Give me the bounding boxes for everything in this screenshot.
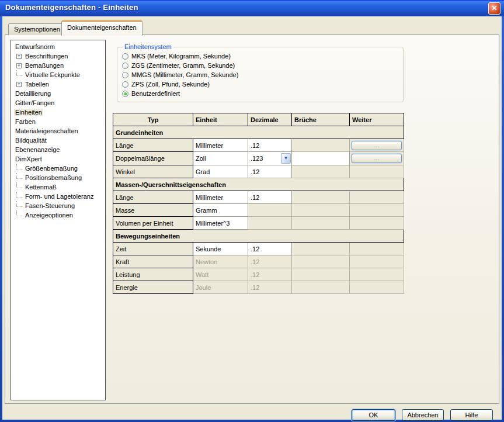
expand-icon[interactable]: + [16,82,22,87]
dezimale-combobox[interactable]: .123▼ [248,152,291,165]
tree-item-label: Bemaßungen [24,62,65,69]
radio-option-benutzerdefiniert[interactable]: Benutzerdefiniert [122,89,398,98]
table-row: WinkelGrad.12 [113,165,404,178]
tree-item-farben[interactable]: Farben [11,117,105,126]
cell-typ: Winkel [113,165,193,178]
cell-dezimale[interactable]: .12 [248,139,292,152]
radio-option-label: ZPS (Zoll, Pfund, Sekunde) [131,81,210,88]
section-label: Massen-/Querschnittseigenschaften [113,178,404,191]
cell-typ: Länge [113,139,193,152]
cell-brueche [292,139,350,152]
radio-option-label: ZGS (Zentimeter, Gramm, Sekunde) [131,62,235,69]
radio-button-icon[interactable] [122,81,128,88]
tree-item-label: Farben [14,118,37,125]
tree-item-entwurfsnorm[interactable]: Entwurfsnorm [11,42,105,51]
expand-icon[interactable]: + [16,54,22,59]
cell-einheit[interactable]: Zoll [193,152,248,165]
tree-item-detaillierung[interactable]: Detaillierung [11,89,105,98]
radio-option-mks-meter-kilogramm-sekunde[interactable]: MKS (Meter, Kilogramm, Sekunde) [122,51,398,61]
cell-dezimale[interactable]: .12 [248,191,292,204]
tree-item-kettenma[interactable]: Kettenmaß [11,182,105,192]
radio-option-label: MKS (Meter, Kilogramm, Sekunde) [131,53,231,60]
cell-weiter [350,204,404,217]
weiter-more-button[interactable]: ... [352,154,402,163]
tree-item-gr-enbema-ung[interactable]: Größenbemaßung [11,164,105,173]
cell-dezimale [248,217,292,230]
tree-item-label: Kettenmaß [24,184,58,191]
tree-item-positionsbema-ung[interactable]: Positionsbemaßung [11,173,105,182]
tree-item-gitter-fangen[interactable]: Gitter/Fangen [11,98,105,108]
tree-item-anzeigeoptionen[interactable]: Anzeigeoptionen [11,210,105,220]
radio-option-zgs-zentimeter-gramm-sekunde[interactable]: ZGS (Zentimeter, Gramm, Sekunde) [122,61,398,70]
tree-item-bema-ungen[interactable]: +Bemaßungen [11,61,105,70]
radio-button-icon[interactable] [122,91,128,97]
cell-einheit[interactable]: Millimeter [193,139,248,152]
cell-einheit[interactable]: Millimeter^3 [193,217,248,230]
tree-connector-line [16,173,22,179]
unit-system-options: MKS (Meter, Kilogramm, Sekunde)ZGS (Zent… [122,51,398,98]
tree-item-label: Fasen-Steuerung [24,202,76,209]
table-row: LängeMillimeter.12 [113,191,404,204]
tree-item-materialeigenschaften[interactable]: Materialeigenschaften [11,126,105,136]
tree-item-label: Tabellen [24,81,50,88]
ok-button[interactable]: OK [352,409,395,421]
tree-item-label: Detaillierung [14,90,52,97]
radio-button-icon[interactable] [122,72,128,78]
cell-einheit[interactable]: Gramm [193,204,248,217]
table-row: LeistungWatt.12 [113,268,404,281]
cell-dezimale[interactable]: .123▼ [248,152,292,165]
tree-item-einheiten[interactable]: Einheiten [11,108,105,117]
tree-item-fasen-steuerung[interactable]: Fasen-Steuerung [11,201,105,210]
radio-option-zps-zoll-pfund-sekunde[interactable]: ZPS (Zoll, Pfund, Sekunde) [122,79,398,89]
table-row: ZeitSekunde.12 [113,243,404,255]
tree-item-label: Form- und Lagetoleranz [24,193,95,200]
tree-item-bildqualit-t[interactable]: Bildqualität [11,136,105,145]
tree-connector-line [16,164,22,170]
tree-item-tabellen[interactable]: +Tabellen [11,79,105,89]
cell-einheit[interactable]: Millimeter [193,191,248,204]
tree-item-ebenenanzeige[interactable]: Ebenenanzeige [11,145,105,154]
hilfe-button[interactable]: Hilfe [450,409,493,421]
section-row: Massen-/Querschnittseigenschaften [113,178,404,191]
radio-button-icon[interactable] [122,63,128,69]
combobox-value: .123 [248,155,281,162]
cell-brueche[interactable] [292,152,350,165]
weiter-more-button[interactable]: ... [352,141,402,150]
tab-dokumenteigenschaften[interactable]: Dokumenteigenschaften [61,20,142,36]
cell-einheit[interactable]: Grad [193,165,248,178]
cell-dezimale[interactable]: .12 [248,165,292,178]
title-bar[interactable]: Dokumenteigenschaften - Einheiten ✕ [0,0,504,16]
radio-option-label: Benutzerdefiniert [131,90,180,97]
cell-brueche [292,243,350,255]
tree-item-label: Gitter/Fangen [14,99,55,106]
cell-brueche [292,191,350,204]
table-row: Volumen per EinheitMillimeter^3 [113,217,404,230]
radio-option-mmgs-millimeter-gramm-sekunde[interactable]: MMGS (Millimeter, Gramm, Sekunde) [122,70,398,79]
cell-typ: Kraft [113,255,193,268]
cell-weiter [350,165,404,178]
tab-systemoptionen[interactable]: Systemoptionen [8,23,66,35]
tree-item-label: Bildqualität [14,137,48,144]
cell-einheit[interactable]: Sekunde [193,243,248,255]
chevron-down-icon[interactable]: ▼ [281,153,291,164]
cell-dezimale: .12 [248,281,292,294]
tree-item-virtuelle-eckpunkte[interactable]: Virtuelle Eckpunkte [11,70,105,79]
tree-item-dimxpert[interactable]: DimXpert [11,154,105,164]
table-row: KraftNewton.12 [113,255,404,268]
tree-item-form-und-lagetoleranz[interactable]: Form- und Lagetoleranz [11,192,105,201]
cell-brueche [292,217,350,230]
cell-weiter [350,217,404,230]
close-icon[interactable]: ✕ [488,2,500,15]
cell-dezimale[interactable]: .12 [248,243,292,255]
cell-dezimale: .12 [248,268,292,281]
tree-item-beschriftungen[interactable]: +Beschriftungen [11,51,105,61]
settings-tree: Entwurfsnorm+Beschriftungen+BemaßungenVi… [11,40,106,400]
cell-typ: Leistung [113,268,193,281]
tree-item-label: Entwurfsnorm [14,43,56,50]
expand-icon[interactable]: + [16,63,22,68]
tree-item-label: Anzeigeoptionen [24,212,74,219]
column-header-weiter: Weiter [350,113,404,126]
cell-brueche [292,204,350,217]
abbrechen-button[interactable]: Abbrechen [402,409,444,421]
radio-button-icon[interactable] [122,53,128,60]
